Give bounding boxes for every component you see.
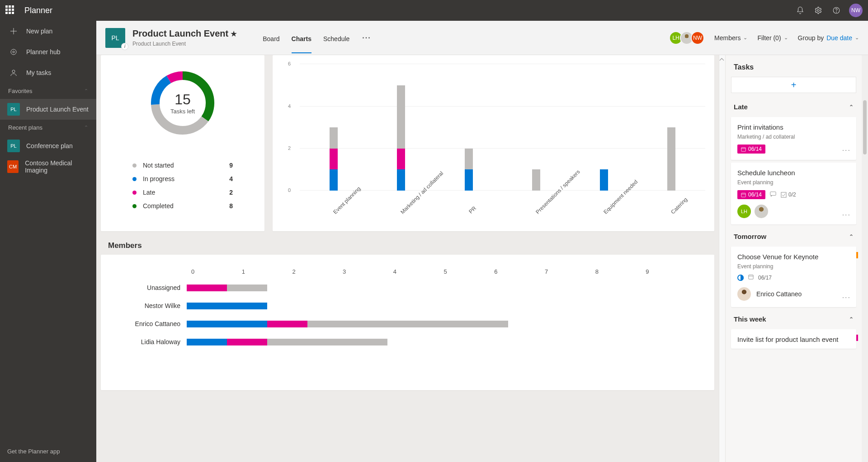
chevron-down-icon: ⌄	[855, 35, 859, 41]
svg-point-0	[817, 9, 820, 12]
tab-schedule[interactable]: Schedule	[323, 23, 349, 53]
svg-rect-14	[741, 193, 745, 197]
my-tasks-link[interactable]: My tasks	[0, 62, 96, 83]
task-card[interactable]: Choose Venue for Keynote Event planning …	[731, 247, 856, 307]
chevron-down-icon: ⌄	[784, 35, 788, 41]
tomorrow-section-header[interactable]: Tomorrow ⌃	[730, 227, 857, 244]
svg-point-2	[836, 12, 837, 12]
charts-area: 15 Tasks left Not started9 In progress4 …	[96, 55, 719, 462]
donut-center-value: 15	[175, 91, 191, 108]
member-avatar[interactable]: NW	[691, 31, 704, 45]
status-legend: Not started9 In progress4 Late2 Complete…	[110, 162, 255, 216]
comment-icon	[770, 191, 776, 199]
hub-icon	[9, 47, 18, 56]
assignee-avatar	[737, 287, 751, 301]
svg-rect-12	[741, 147, 745, 151]
app-name: Planner	[24, 6, 52, 15]
svg-point-6	[13, 51, 14, 53]
favorite-plan-item[interactable]: PL Product Launch Event	[0, 99, 96, 120]
favorites-section-header[interactable]: Favorites ⌃	[0, 83, 96, 99]
task-more-icon[interactable]: ···	[842, 211, 851, 219]
progress-icon	[737, 275, 744, 281]
add-task-button[interactable]: +	[731, 77, 856, 93]
status-donut: 15 Tasks left	[146, 67, 219, 139]
planner-hub-label: Planner hub	[26, 48, 61, 56]
thisweek-section-header[interactable]: This week ⌃	[730, 310, 857, 327]
app-launcher-icon[interactable]	[5, 5, 15, 15]
my-tasks-label: My tasks	[26, 69, 51, 76]
plan-label: Conference plan	[26, 142, 73, 149]
groupby-dropdown[interactable]: Group by Due date ⌄	[798, 34, 859, 42]
plan-badge: PL i	[105, 28, 125, 48]
plan-subtitle: Product Launch Event	[132, 41, 237, 47]
account-avatar[interactable]: NW	[849, 4, 863, 17]
info-icon[interactable]: i	[122, 43, 128, 50]
more-menu-icon[interactable]: ···	[362, 34, 371, 42]
due-date-pill: 06/14	[737, 190, 765, 199]
task-card[interactable]: Print invitations Marketing / ad collate…	[731, 117, 856, 160]
settings-icon[interactable]	[809, 1, 827, 19]
recent-section-header[interactable]: Recent plans ⌃	[0, 120, 96, 135]
new-plan-label: New plan	[26, 28, 52, 35]
tasks-panel-title: Tasks	[730, 55, 857, 77]
bucket-bars	[300, 64, 705, 191]
person-icon	[9, 68, 18, 77]
plan-member-avatars[interactable]: LH NW	[672, 31, 704, 45]
assignee-name: Enrico Cattaneo	[756, 290, 802, 298]
tab-charts[interactable]: Charts	[292, 23, 311, 53]
calendar-icon	[748, 274, 754, 281]
task-more-icon[interactable]: ···	[842, 146, 851, 154]
members-dropdown[interactable]: Members ⌄	[714, 34, 747, 42]
plan-label: Contoso Medical Imaging	[25, 159, 89, 174]
chevron-up-icon[interactable]: ⌃	[849, 104, 854, 110]
members-chart-card: 0123456789 Unassigned Nestor Wilke Enric…	[101, 255, 714, 390]
donut-center-label: Tasks left	[170, 108, 195, 115]
tab-board[interactable]: Board	[263, 23, 279, 53]
task-card[interactable]: Schedule luncheon Event planning 06/14	[731, 163, 856, 224]
chevron-up-icon[interactable]: ⌃	[84, 88, 88, 94]
task-more-icon[interactable]: ···	[842, 294, 851, 302]
recent-plan-item[interactable]: CM Contoso Medical Imaging	[0, 156, 96, 177]
svg-point-7	[12, 70, 15, 73]
assignee-avatar: LH	[737, 205, 751, 218]
assignee-avatar	[755, 205, 768, 218]
plan-label: Product Launch Event	[26, 106, 89, 113]
status-chart-card: 15 Tasks left Not started9 In progress4 …	[101, 55, 264, 231]
filter-dropdown[interactable]: Filter (0) ⌄	[757, 34, 788, 42]
favorite-star-icon[interactable]: ★	[230, 29, 237, 39]
chevron-up-icon[interactable]: ⌃	[84, 125, 88, 131]
charts-scrollbar[interactable]	[719, 55, 725, 462]
plan-tile: PL	[7, 140, 20, 152]
svg-rect-17	[781, 192, 786, 197]
new-plan-button[interactable]: New plan	[0, 21, 96, 42]
category-stripe	[856, 335, 858, 341]
svg-rect-16	[770, 191, 776, 195]
bucket-chart-card: 0 2 4 6	[273, 55, 714, 231]
checklist-indicator: 0/2	[781, 191, 796, 198]
chevron-up-icon[interactable]: ⌃	[849, 316, 854, 322]
members-section-title: Members	[108, 241, 714, 250]
svg-point-5	[11, 49, 16, 55]
chevron-up-icon[interactable]: ⌃	[849, 233, 854, 240]
global-top-bar: Planner NW	[0, 0, 868, 21]
help-icon[interactable]	[827, 1, 845, 19]
get-app-link[interactable]: Get the Planner app	[0, 441, 96, 462]
plan-header: PL i Product Launch Event ★ Product Laun…	[96, 21, 868, 55]
chevron-down-icon: ⌄	[743, 35, 747, 41]
due-date-pill: 06/14	[737, 145, 765, 154]
svg-rect-18	[749, 275, 753, 279]
notifications-icon[interactable]	[791, 1, 809, 19]
plus-icon	[9, 27, 18, 36]
tasks-side-panel: Tasks + Late ⌃ Print invitations Marketi…	[725, 55, 868, 462]
planner-hub-link[interactable]: Planner hub	[0, 42, 96, 62]
left-nav: New plan Planner hub My tasks Favorites …	[0, 21, 96, 462]
plan-title: Product Launch Event	[132, 28, 228, 39]
category-stripe	[856, 252, 858, 258]
plan-tile: CM	[7, 160, 19, 173]
recent-plan-item[interactable]: PL Conference plan	[0, 135, 96, 156]
plan-tile: PL	[7, 103, 20, 116]
tasks-scrollbar[interactable]	[862, 55, 868, 462]
task-card[interactable]: Invite list for product launch event	[731, 329, 856, 349]
late-section-header[interactable]: Late ⌃	[730, 98, 857, 114]
